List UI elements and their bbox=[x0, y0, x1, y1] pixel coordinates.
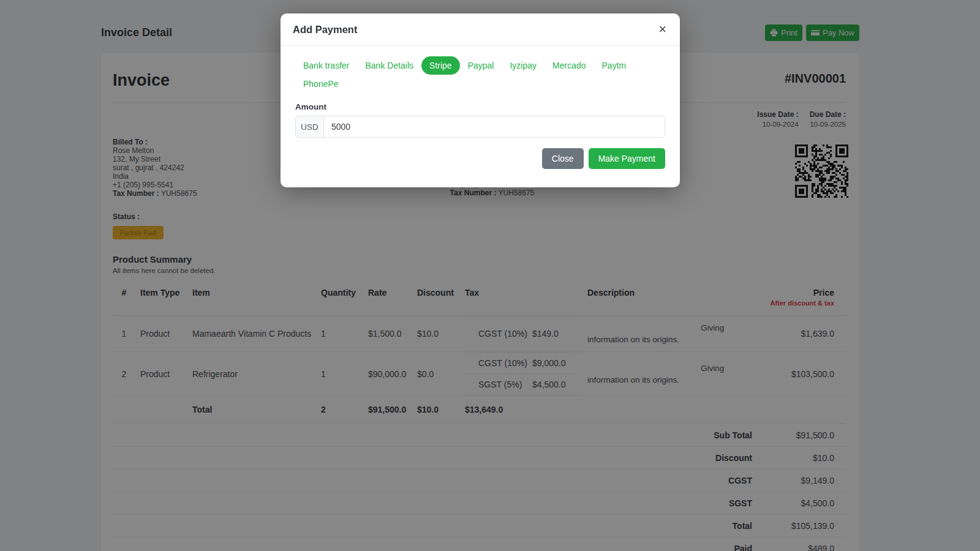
tab-bank-transfer[interactable]: Bank trasfer bbox=[295, 56, 357, 75]
close-button[interactable]: Close bbox=[542, 148, 584, 169]
amount-label: Amount bbox=[295, 102, 665, 111]
tab-bank-details[interactable]: Bank Details bbox=[357, 56, 421, 75]
amount-input[interactable] bbox=[324, 116, 665, 138]
modal-body: Bank trasfer Bank Details Stripe Paypal … bbox=[281, 46, 680, 187]
tab-iyzipay[interactable]: Iyzipay bbox=[502, 56, 545, 75]
currency-prefix: USD bbox=[295, 116, 324, 138]
make-payment-button[interactable]: Make Payment bbox=[589, 148, 665, 169]
tab-stripe[interactable]: Stripe bbox=[421, 56, 460, 75]
close-icon[interactable]: × bbox=[657, 23, 668, 36]
modal-title: Add Payment bbox=[293, 24, 357, 36]
tab-paypal[interactable]: Paypal bbox=[460, 56, 502, 75]
amount-input-group: USD bbox=[295, 116, 665, 138]
payment-method-tabs: Bank trasfer Bank Details Stripe Paypal … bbox=[295, 56, 665, 93]
add-payment-modal: Add Payment × Bank trasfer Bank Details … bbox=[281, 13, 680, 187]
tab-phonepe[interactable]: PhonePe bbox=[295, 75, 347, 93]
modal-header: Add Payment × bbox=[281, 13, 680, 46]
tab-mercado[interactable]: Mercado bbox=[545, 56, 594, 75]
modal-footer: Close Make Payment bbox=[295, 148, 665, 169]
tab-paytm[interactable]: Paytm bbox=[594, 56, 635, 75]
